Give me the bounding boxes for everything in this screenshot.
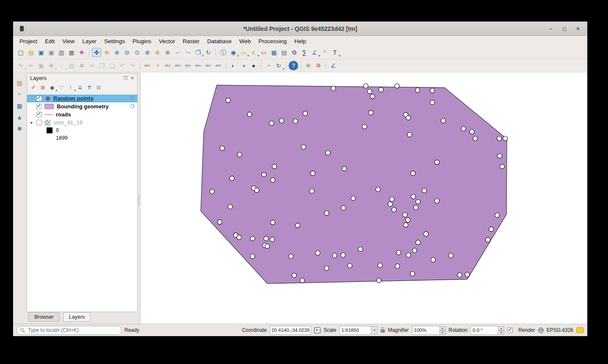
menu-help[interactable]: Help xyxy=(290,37,310,46)
profile-tool-button[interactable]: ∠ xyxy=(329,61,338,70)
dropdown-arrow-icon[interactable]: ▾ xyxy=(339,54,340,58)
dropdown-arrow-icon[interactable]: ▾ xyxy=(282,67,284,71)
layer-row[interactable]: roads xyxy=(27,110,137,119)
minimize-button[interactable]: – xyxy=(547,26,554,32)
map-tips-button[interactable]: ❝ xyxy=(320,48,329,57)
spin-down-icon[interactable]: ▼ xyxy=(498,331,504,335)
open-layer-styling-button[interactable]: ✐ xyxy=(29,83,38,92)
magnifier-spinbox[interactable]: ▲▼ xyxy=(412,326,446,335)
zoom-to-layer-button[interactable]: ⊕ xyxy=(163,48,172,57)
spin-down-icon[interactable]: ▼ xyxy=(440,331,446,335)
metasearch-button[interactable]: ◐ xyxy=(229,61,238,70)
spin-up-icon[interactable]: ▲ xyxy=(498,326,504,331)
map-canvas[interactable] xyxy=(140,72,587,324)
layer-visibility-checkbox[interactable] xyxy=(36,120,42,125)
menu-raster[interactable]: Raster xyxy=(179,37,203,46)
menu-web[interactable]: Web xyxy=(235,37,255,46)
locate-input[interactable] xyxy=(27,327,113,334)
statistics-summary-button[interactable]: ∑ xyxy=(300,48,309,57)
crs-label[interactable]: EPSG:4326 xyxy=(547,327,573,333)
close-button[interactable]: ✕ xyxy=(575,26,581,32)
open-attribute-table-button[interactable]: ▦ xyxy=(269,48,279,57)
maximize-button[interactable]: ◻ xyxy=(561,26,568,32)
filter-by-expression-button[interactable]: ε▾ xyxy=(66,83,75,92)
new-project-button[interactable]: ▢ xyxy=(16,48,25,57)
layer-row[interactable]: Random points❐ xyxy=(27,94,137,102)
layer-visibility-checkbox[interactable] xyxy=(36,112,42,117)
deselect-all-button[interactable]: ▭ xyxy=(259,48,268,57)
layer-visibility-checkbox[interactable] xyxy=(36,104,42,109)
dock-float-icon[interactable]: ❐ xyxy=(124,76,127,80)
filter-legend-button[interactable]: ▽ xyxy=(57,83,66,92)
text-annotation-button[interactable]: T▾ xyxy=(330,48,340,57)
tab-browser[interactable]: Browser xyxy=(28,312,60,322)
zoom-in-button[interactable]: ⊕ xyxy=(112,48,122,57)
title-bar[interactable]: *Untitled Project - QGIS 9e45223d42 [tm]… xyxy=(13,22,587,36)
lock-scale-icon[interactable] xyxy=(381,329,385,333)
help-contents-button[interactable]: ? xyxy=(289,61,298,70)
crs-globe-icon[interactable] xyxy=(538,328,544,333)
tab-layers[interactable]: Layers xyxy=(63,312,91,322)
add-mesh-layer-button[interactable]: ▲ xyxy=(15,113,24,122)
layer-diagrams-button[interactable]: ◔ xyxy=(153,61,162,70)
expand-all-button[interactable]: ⇊ xyxy=(76,83,84,92)
add-vector-layer-button[interactable]: V xyxy=(15,90,24,99)
data-source-manager-button[interactable]: ▤ xyxy=(15,78,24,88)
extents-toggle-icon[interactable] xyxy=(314,327,321,334)
menu-vector[interactable]: Vector xyxy=(155,37,179,46)
pin-labels-button[interactable]: abc xyxy=(173,61,182,70)
refresh-map-button[interactable]: ↻ xyxy=(204,48,213,57)
add-group-button[interactable]: ⊞ xyxy=(39,83,47,92)
scale-combo[interactable]: ▾ xyxy=(339,326,378,335)
layer-labeling-button[interactable]: abc xyxy=(143,61,152,70)
layer-row[interactable]: Bounding geometry❐ xyxy=(27,102,137,110)
zoom-native-button[interactable]: ⊙ xyxy=(133,48,142,57)
layers-panel-header[interactable]: Layers ❐ ✕ xyxy=(27,74,137,82)
rotation-spinbox[interactable]: ▲▼ xyxy=(470,326,504,335)
show-hide-labels-button[interactable]: abc xyxy=(183,61,193,70)
plugin-tool-1-button[interactable]: ❊ xyxy=(304,61,313,70)
options-button[interactable]: ⚙ xyxy=(290,48,299,57)
field-calculator-button[interactable]: ▤ xyxy=(279,48,289,57)
measure-line-button[interactable]: ∠▾ xyxy=(310,48,319,57)
plugin-tool-2-button[interactable]: ❊ xyxy=(314,61,323,70)
select-by-expression-button[interactable]: ε▾ xyxy=(249,48,258,57)
menu-edit[interactable]: Edit xyxy=(41,37,58,46)
menu-database[interactable]: Database xyxy=(203,37,235,46)
save-project-as-button[interactable]: ▣ xyxy=(47,48,56,57)
locate-box[interactable] xyxy=(17,326,122,335)
add-raster-layer-button[interactable]: ▦ xyxy=(15,101,24,110)
rotate-label-button[interactable]: abc xyxy=(204,61,213,70)
geocode-button[interactable]: ◑ xyxy=(239,61,248,70)
render-checkbox[interactable] xyxy=(507,328,513,333)
zoom-out-button[interactable]: ⊖ xyxy=(122,48,132,57)
remove-layer-button[interactable]: ⊟ xyxy=(94,83,103,92)
show-layout-manager-button[interactable]: ▦ xyxy=(67,48,76,57)
menu-view[interactable]: View xyxy=(58,37,78,46)
log-messages-icon[interactable] xyxy=(576,327,584,333)
layer-visibility-checkbox[interactable] xyxy=(36,96,42,101)
chevron-down-icon[interactable]: ▾ xyxy=(371,326,378,334)
highlight-labels-button[interactable]: abc xyxy=(163,61,172,70)
change-label-button[interactable]: abc xyxy=(214,61,223,70)
identify-features-button[interactable]: ⓘ xyxy=(218,48,228,57)
refresh-dropdown-button[interactable]: ↻▾ xyxy=(274,61,283,70)
open-project-button[interactable]: ▤ xyxy=(26,48,36,57)
zoom-to-selection-button[interactable]: ⊕ xyxy=(153,48,162,57)
move-label-button[interactable]: abc xyxy=(193,61,203,70)
web-search-button[interactable]: ● xyxy=(249,61,258,70)
coordinate-input[interactable] xyxy=(270,326,311,335)
collapse-all-button[interactable]: ⇈ xyxy=(85,83,94,92)
expand-arrow-icon[interactable]: ▾ xyxy=(30,121,36,125)
layer-row[interactable]: ▾srtm_41_19 xyxy=(27,119,137,127)
rotation-input[interactable] xyxy=(470,326,498,335)
style-manager-button[interactable]: ❖ xyxy=(77,48,86,57)
manage-map-themes-button[interactable]: ◉▾ xyxy=(48,83,56,92)
pan-to-selection-button[interactable]: ✜ xyxy=(102,48,111,57)
menu-layer[interactable]: Layer xyxy=(78,37,100,46)
menu-project[interactable]: Project xyxy=(16,37,41,46)
save-project-button[interactable]: ▣ xyxy=(36,48,46,57)
run-feature-action-button[interactable]: ◉▾ xyxy=(229,48,238,57)
new-print-layout-button[interactable]: ▥ xyxy=(57,48,66,57)
select-features-button[interactable]: ▭▾ xyxy=(239,48,248,57)
